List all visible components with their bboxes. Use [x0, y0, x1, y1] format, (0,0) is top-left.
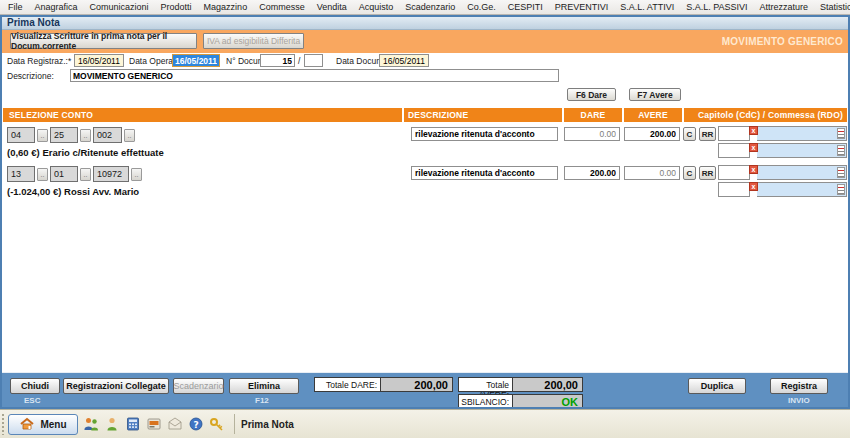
- menu-scadenzario[interactable]: Scadenzario: [399, 2, 461, 12]
- row1-conto-info-label: (0,60 €) Erario c/Ritenute effettuate: [7, 147, 164, 158]
- menu-commesse[interactable]: Commesse: [253, 2, 311, 12]
- row1-capitolo1-desc-field[interactable]: [757, 126, 847, 141]
- orange-toolbar: Visualizza Scritture in prima nota per i…: [2, 30, 848, 53]
- data-operaz-field[interactable]: [172, 54, 220, 67]
- menu-button-label: Menu: [40, 419, 66, 430]
- row1-conto-gruppo-field[interactable]: [50, 127, 78, 143]
- row2-capitolo-2: x: [718, 182, 847, 197]
- svg-text:?: ?: [193, 420, 198, 430]
- f6-dare-button[interactable]: F6 Dare: [567, 88, 616, 101]
- list-lookup-icon[interactable]: [837, 184, 845, 195]
- key-icon[interactable]: [209, 416, 225, 432]
- row2-dare-field[interactable]: [564, 166, 620, 180]
- row1-mastro-lookup-button[interactable]: ..: [37, 129, 48, 142]
- row2-mastro-lookup-button[interactable]: ..: [37, 168, 48, 181]
- data-registraz-label: Data Registraz.:*: [7, 56, 71, 66]
- row2-capitolo1-code-field[interactable]: [718, 165, 750, 180]
- data-docum-field[interactable]: [379, 54, 429, 67]
- menu-cespiti[interactable]: CESPITI: [502, 2, 549, 12]
- registrazioni-collegate-button[interactable]: Registrazioni Collegate: [63, 378, 169, 394]
- row2-capitolo1-desc-field[interactable]: [757, 165, 847, 180]
- row1-descrizione-field[interactable]: [411, 127, 558, 141]
- data-registraz-field[interactable]: [74, 54, 124, 67]
- n-docum-bis-field[interactable]: [304, 54, 323, 67]
- f7-avere-button[interactable]: F7 Avere: [629, 88, 681, 101]
- row2-conto-gruppo-field[interactable]: [50, 166, 78, 182]
- row1-capitolo1-code-field[interactable]: [718, 126, 750, 141]
- statusbar-divider: [234, 414, 235, 434]
- menu-coge[interactable]: Co.Ge.: [461, 2, 502, 12]
- menu-button[interactable]: Menu: [8, 414, 78, 435]
- chiudi-key-hint: ESC: [24, 396, 40, 405]
- duplica-button[interactable]: Duplica: [688, 378, 746, 394]
- row1-capitolo-1: x: [718, 126, 847, 141]
- menu-file[interactable]: File: [2, 2, 29, 12]
- user-icon[interactable]: [104, 416, 120, 432]
- header-descrizione: DESCRIZIONE: [404, 108, 562, 122]
- registra-key-hint: INVIO: [788, 396, 810, 405]
- menu-anagrafica[interactable]: Anagrafica: [29, 2, 84, 12]
- row2-descrizione-field[interactable]: [411, 166, 558, 180]
- row1-sottoconto-lookup-button[interactable]: ..: [124, 129, 135, 142]
- row2-sottoconto-lookup-button[interactable]: ..: [131, 168, 142, 181]
- row1-capitolo2-desc-field[interactable]: [757, 143, 847, 158]
- clear-icon[interactable]: x: [749, 182, 758, 191]
- grid-body: .. .. .. (0,60 €) Erario c/Ritenute effe…: [2, 122, 848, 372]
- clear-icon[interactable]: x: [749, 143, 758, 152]
- n-docum-field[interactable]: [260, 54, 295, 67]
- list-lookup-icon[interactable]: [837, 128, 845, 139]
- descrizione-field[interactable]: [70, 69, 559, 82]
- movement-type-label: MOVIMENTO GENERICO: [722, 36, 843, 47]
- home-icon: [19, 416, 35, 432]
- mail-icon[interactable]: [167, 416, 183, 432]
- header-dare: DARE: [564, 108, 622, 122]
- list-lookup-icon[interactable]: [837, 167, 845, 178]
- totale-avere-label: Totale AVERE:: [458, 377, 513, 392]
- menu-attrezzature[interactable]: Attrezzature: [754, 2, 815, 12]
- row1-capitolo2-code-field[interactable]: [718, 143, 750, 158]
- menu-acquisto[interactable]: Acquisto: [353, 2, 400, 12]
- visualizza-scritture-button[interactable]: Visualizza Scritture in prima nota per i…: [10, 33, 197, 49]
- elimina-button[interactable]: Elimina: [229, 378, 299, 394]
- clear-icon[interactable]: x: [749, 165, 758, 174]
- menu-statistiche[interactable]: Statistiche: [814, 2, 850, 12]
- menu-sal-attivi[interactable]: S.A.L. ATTIVI: [614, 2, 680, 12]
- menu-magazzino[interactable]: Magazzino: [198, 2, 254, 12]
- users-icon[interactable]: [83, 416, 99, 432]
- menu-prodotti[interactable]: Prodotti: [155, 2, 198, 12]
- iva-esigibilita-button: IVA ad esigibilità Differita: [203, 33, 304, 49]
- row1-c-button[interactable]: C: [683, 127, 696, 141]
- row2-sottoconto-field[interactable]: [93, 166, 129, 182]
- calculator-icon[interactable]: [125, 416, 141, 432]
- footer-bar: Chiudi ESC Registrazioni Collegate Scade…: [2, 372, 848, 409]
- row1-avere-field[interactable]: [624, 127, 680, 141]
- row2-capitolo2-desc-field[interactable]: [757, 182, 847, 197]
- row1-dare-field: [564, 127, 620, 141]
- row1-capitolo-2: x: [718, 143, 847, 158]
- row1-gruppo-lookup-button[interactable]: ..: [80, 129, 91, 142]
- toolbar-grip: [1, 413, 6, 435]
- row2-rr-button[interactable]: RR: [699, 166, 716, 180]
- row2-gruppo-lookup-button[interactable]: ..: [80, 168, 91, 181]
- row2-conto-mastro-field[interactable]: [7, 166, 35, 182]
- chiudi-button[interactable]: Chiudi: [10, 378, 60, 394]
- totale-dare-value: 200,00: [381, 377, 453, 392]
- menu-preventivi[interactable]: PREVENTIVI: [549, 2, 615, 12]
- menu-vendita[interactable]: Vendita: [311, 2, 353, 12]
- help-icon[interactable]: ?: [188, 416, 204, 432]
- row1-conto-mastro-field[interactable]: [7, 127, 35, 143]
- sbilancio-value: OK: [513, 394, 583, 409]
- row2-capitolo-1: x: [718, 165, 847, 180]
- menu-comunicazioni[interactable]: Comunicazioni: [84, 2, 155, 12]
- card-icon[interactable]: [146, 416, 162, 432]
- registra-button[interactable]: Registra: [770, 378, 828, 394]
- clear-icon[interactable]: x: [749, 126, 758, 135]
- row1-sottoconto-field[interactable]: [93, 127, 122, 143]
- list-lookup-icon[interactable]: [837, 145, 845, 156]
- page-title: Prima Nota: [0, 15, 850, 30]
- header-capitolo-commessa: Capitolo (CdC) / Commessa (RDO): [684, 108, 847, 122]
- row1-rr-button[interactable]: RR: [699, 127, 716, 141]
- row2-capitolo2-code-field[interactable]: [718, 182, 750, 197]
- row2-c-button[interactable]: C: [683, 166, 696, 180]
- menu-sal-passivi[interactable]: S.A.L. PASSIVI: [680, 2, 753, 12]
